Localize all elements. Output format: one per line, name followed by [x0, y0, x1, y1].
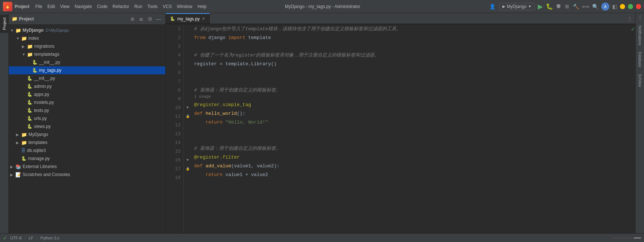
debug-button[interactable]: 🐛: [546, 3, 553, 10]
title-bar: 🔥 Project File Edit View Navigate Code R…: [0, 0, 644, 13]
status-encoding[interactable]: UTF-8: [10, 236, 22, 240]
arrow-templatetags: ▼: [22, 52, 27, 56]
menu-run[interactable]: Run: [132, 3, 144, 10]
editor-area: 🐍 my_tags.py ✕ ⋮ 12345 678910 1112131415…: [166, 13, 635, 233]
code-line-10: def hello_world():: [194, 109, 631, 118]
code-line-13: [194, 136, 631, 144]
folder-icon-migrations: 📁: [27, 44, 33, 49]
label-models: models.py: [34, 100, 54, 105]
label-init-tt: __init__.py: [39, 60, 60, 65]
label-urls: urls.py: [34, 116, 47, 121]
menu-refactor[interactable]: Refactor: [111, 3, 131, 10]
coverage-button[interactable]: ⛊: [556, 4, 561, 9]
tree-item-templates[interactable]: ▶ 📁 templates: [9, 138, 165, 147]
py-icon-views: 🐍: [27, 124, 32, 129]
check-status: ✓: [631, 26, 635, 32]
title-bar-right: 👤 ▶ MyDjango ▼ ▶ 🐛 ⛊ ⏹ 🔨 ⟺ 🔍 A ◧: [488, 3, 644, 11]
code-line-9: @register.simple_tag: [194, 101, 631, 109]
status-scrollbar: [612, 237, 641, 239]
tree-item-mydjango2[interactable]: ▶ 📁 MyDjango: [9, 130, 165, 138]
project-strip: Project: [0, 13, 9, 233]
lib-icon: 📚: [15, 164, 21, 169]
window-close[interactable]: [636, 4, 641, 9]
tree-item-admin[interactable]: 🐍 admin.py: [9, 82, 165, 90]
translate-button[interactable]: ⟺: [582, 4, 589, 9]
stop-button[interactable]: ⏹: [564, 3, 570, 10]
tree-item-manage[interactable]: 🐍 manage.py: [9, 155, 165, 163]
code-content[interactable]: # 从django包中导入了template模块，该模块包含了用于创建自定义模板…: [191, 24, 631, 233]
label-init-idx: __init__.py: [34, 76, 55, 81]
user-avatar[interactable]: A: [601, 3, 609, 11]
sciview-tab[interactable]: SciView: [637, 71, 643, 90]
folder-icon-mydjango: 📁: [15, 28, 21, 33]
title-bar-left: 🔥 Project File Edit View Navigate Code R…: [0, 2, 157, 11]
menu-edit[interactable]: Edit: [45, 3, 57, 10]
editor-tab-dots[interactable]: ⋮: [627, 16, 632, 22]
search-button[interactable]: 🔍: [592, 4, 598, 9]
sidebar-collapse-icon[interactable]: ≣: [138, 15, 145, 23]
tree-item-tests[interactable]: 🐍 tests.py: [9, 106, 165, 114]
label-my-tags: my_tags.py: [39, 68, 61, 73]
extra-button[interactable]: ◧: [612, 4, 617, 9]
status-python[interactable]: Python 3.x: [41, 236, 59, 240]
menu-code[interactable]: Code: [95, 3, 110, 10]
label-db: db.sqlite3: [27, 148, 46, 153]
panel-dots[interactable]: ⋮: [637, 15, 643, 20]
editor-tabs-bar: 🐍 my_tags.py ✕ ⋮: [166, 13, 635, 24]
account-icon[interactable]: 👤: [488, 3, 496, 11]
menu-view[interactable]: View: [58, 3, 72, 10]
menu-navigate[interactable]: Navigate: [73, 3, 94, 10]
tree-item-models[interactable]: 🐍 models.py: [9, 98, 165, 106]
tree-item-external-libs[interactable]: ▶ 📚 External Libraries: [9, 163, 165, 171]
label-manage: manage.py: [28, 156, 50, 161]
py-icon-manage: 🐍: [21, 156, 27, 161]
tree-item-index[interactable]: ▼ 📁 index: [9, 34, 165, 42]
build-button[interactable]: 🔨: [573, 4, 579, 9]
sidebar-minimize-icon[interactable]: —: [155, 15, 162, 23]
notifications-tab[interactable]: Notifications: [637, 23, 643, 48]
tree-item-urls[interactable]: 🐍 urls.py: [9, 114, 165, 122]
arrow-mydjango2: ▶: [16, 133, 21, 137]
sidebar: 📁 Project ⊕ ≣ ⚙ — ▼ 📁 MyDjango D:\MyDjan…: [9, 13, 166, 233]
status-eol[interactable]: LF: [29, 236, 34, 240]
tree-item-mydjango[interactable]: ▼ 📁 MyDjango D:\MyDjango: [9, 26, 165, 34]
code-line-3: [194, 42, 631, 51]
editor-tab-my-tags[interactable]: 🐍 my_tags.py ✕: [166, 13, 210, 24]
project-tab[interactable]: Project: [0, 15, 9, 33]
tree-item-my-tags[interactable]: 🐍 my_tags.py: [9, 66, 165, 74]
py-icon-init-idx: 🐍: [27, 76, 32, 81]
sidebar-settings-icon[interactable]: ⚙: [146, 15, 154, 23]
right-gutter: ✓: [631, 24, 635, 233]
window-maximize[interactable]: [628, 4, 633, 9]
arrow-migrations: ▶: [22, 44, 27, 48]
menu-file[interactable]: File: [33, 3, 45, 10]
app-logo: 🔥: [3, 2, 12, 11]
label-index: index: [28, 36, 39, 41]
file-tree: ▼ 📁 MyDjango D:\MyDjango ▼ 📁 index ▶ 📁 m…: [9, 25, 165, 233]
tree-item-db[interactable]: 🗄 db.sqlite3: [9, 147, 165, 155]
label-mydjango2: MyDjango: [28, 132, 48, 137]
run-button[interactable]: ▶: [538, 3, 543, 11]
run-config-button[interactable]: ▶ MyDjango ▼: [499, 3, 535, 10]
code-line-6: [194, 69, 631, 77]
code-line-2: from django import template: [194, 34, 631, 42]
code-editor: 12345 678910 1112131415 161718 ▼ 🔒: [166, 24, 635, 233]
code-line-5: register = template.Library(): [194, 60, 631, 69]
py-icon-tests: 🐍: [27, 108, 32, 113]
tree-item-scratches[interactable]: ▶ 📝 Scratches and Consoles: [9, 171, 165, 179]
database-tab[interactable]: Database: [637, 49, 643, 70]
tab-py-icon: 🐍: [170, 16, 175, 21]
window-minimize[interactable]: [620, 4, 625, 9]
tree-item-views[interactable]: 🐍 views.py: [9, 122, 165, 130]
project-name: Project: [15, 4, 30, 9]
tree-item-apps[interactable]: 🐍 apps.py: [9, 90, 165, 98]
path-mydjango: D:\MyDjango: [46, 28, 69, 32]
tree-item-init-templatetags[interactable]: 🐍 __init__.py: [9, 58, 165, 66]
tree-item-templatetags[interactable]: ▼ 📁 templatetags: [9, 50, 165, 58]
code-line-11: return "Hello, World!": [194, 118, 631, 127]
tree-item-init-index[interactable]: 🐍 __init__.py: [9, 74, 165, 82]
sidebar-add-icon[interactable]: ⊕: [129, 15, 136, 23]
tab-close-icon[interactable]: ✕: [202, 16, 205, 21]
folder-icon-templatetags: 📁: [27, 52, 33, 57]
tree-item-migrations[interactable]: ▶ 📁 migrations: [9, 42, 165, 50]
